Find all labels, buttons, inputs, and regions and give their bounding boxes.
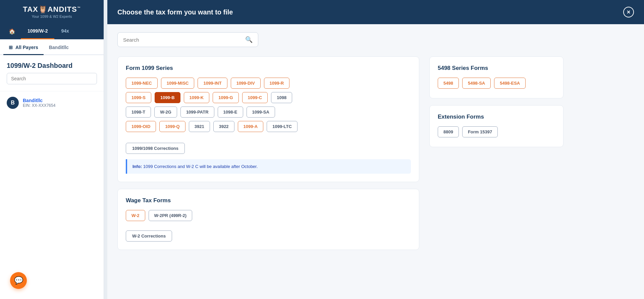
modal-header: Choose the tax form you want to file × — [107, 0, 644, 24]
form-1099-row4: 1099-OID 1099-Q 3921 3922 1099-A 1099-LT… — [126, 121, 411, 132]
modal-search-input[interactable] — [123, 37, 243, 43]
btn-1099-patr[interactable]: 1099-PATR — [180, 106, 214, 118]
info-label: Info: — [132, 164, 142, 169]
sidebar: TAX🦉ANDITS™ Your 1099 & W2 Experts 🏠 109… — [0, 0, 104, 299]
col-left: Form 1099 Series 1099-NEC 1099-MISC 1099… — [117, 56, 419, 257]
btn-1098[interactable]: 1098 — [271, 92, 292, 103]
btn-1099-b[interactable]: 1099-B — [155, 92, 180, 103]
wage-tax-row1: W-2 W-2PR (499R-2) — [126, 210, 411, 221]
btn-1099-div[interactable]: 1099-DIV — [231, 78, 261, 89]
logo: TAX🦉ANDITS™ — [23, 5, 80, 14]
5498-series-card: 5498 Series Forms 5498 5498-SA 5498-ESA — [429, 56, 564, 98]
btn-1099-c[interactable]: 1099-C — [242, 92, 268, 103]
btn-1099-a[interactable]: 1099-A — [238, 121, 264, 132]
tab-banditllc[interactable]: Banditllc — [44, 41, 74, 55]
btn-5498[interactable]: 5498 — [438, 78, 459, 89]
btn-1099-g[interactable]: 1099-G — [213, 92, 238, 103]
payer-name: Banditllc — [23, 98, 55, 103]
btn-form15397[interactable]: Form 15397 — [462, 126, 498, 137]
payer-item[interactable]: B Banditllc EIN: XX-XXX7654 — [0, 91, 104, 114]
chat-button[interactable]: 💬 — [10, 272, 27, 289]
close-button[interactable]: × — [623, 7, 634, 17]
btn-1099-q[interactable]: 1099-Q — [159, 121, 185, 132]
extension-title: Extension Forms — [438, 114, 555, 120]
modal-title: Choose the tax form you want to file — [117, 8, 233, 16]
avatar: B — [7, 97, 19, 109]
w2-corrections-btn[interactable]: W-2 Corrections — [126, 230, 172, 242]
btn-1099-oid[interactable]: 1099-OID — [126, 121, 156, 132]
btn-1098-e[interactable]: 1098-E — [218, 106, 243, 118]
form-1099-row2: 1099-S 1099-B 1099-K 1099-G 1099-C 1098 — [126, 92, 411, 103]
info-banner: Info: 1099 Corrections and W-2 C will be… — [126, 159, 411, 174]
btn-1098-t[interactable]: 1098-T — [126, 106, 151, 118]
modal-body: 🔍 Form 1099 Series 1099-NEC 1099-MISC 10… — [107, 24, 644, 299]
extension-forms-card: Extension Forms 8809 Form 15397 — [429, 105, 564, 147]
btn-1099-ltc[interactable]: 1099-LTC — [267, 121, 298, 132]
tab-1099-w2[interactable]: 1099/W-2 — [21, 24, 54, 39]
btn-3921[interactable]: 3921 — [189, 121, 210, 132]
btn-w2pr[interactable]: W-2PR (499R-2) — [149, 210, 193, 221]
wage-tax-card: Wage Tax Forms W-2 W-2PR (499R-2) W-2 Co… — [117, 189, 419, 250]
home-tab[interactable]: 🏠 — [3, 24, 21, 39]
form-1099-card: Form 1099 Series 1099-NEC 1099-MISC 1099… — [117, 56, 419, 182]
info-text: 1099 Corrections and W-2 C will be avail… — [143, 164, 258, 169]
banditllc-label: Banditllc — [49, 45, 69, 50]
col-right: 5498 Series Forms 5498 5498-SA 5498-ESA … — [429, 56, 564, 257]
logo-area: TAX🦉ANDITS™ Your 1099 & W2 Experts — [0, 0, 104, 24]
5498-title: 5498 Series Forms — [438, 65, 555, 72]
form-1099-row1: 1099-NEC 1099-MISC 1099-INT 1099-DIV 109… — [126, 78, 411, 89]
all-payers-label: All Payers — [15, 45, 38, 50]
btn-1099-r[interactable]: 1099-R — [264, 78, 290, 89]
payer-ein: EIN: XX-XXX7654 — [23, 103, 55, 108]
5498-row1: 5498 5498-SA 5498-ESA — [438, 78, 555, 89]
btn-8809[interactable]: 8809 — [438, 126, 459, 137]
logo-subtitle: Your 1099 & W2 Experts — [23, 14, 80, 18]
extension-row1: 8809 Form 15397 — [438, 126, 555, 137]
btn-5498-esa[interactable]: 5498-ESA — [494, 78, 526, 89]
btn-1099-k[interactable]: 1099-K — [184, 92, 210, 103]
nav-tabs: 🏠 1099/W-2 94x — [0, 24, 104, 39]
btn-w2[interactable]: W-2 — [126, 210, 145, 221]
dashboard-title: 1099/W-2 Dashboard — [0, 55, 104, 73]
tab-94x[interactable]: 94x — [54, 24, 75, 39]
modal-columns: Form 1099 Series 1099-NEC 1099-MISC 1099… — [117, 56, 634, 257]
tab-all-payers[interactable]: ⊞ All Payers — [3, 41, 44, 55]
btn-1099-nec[interactable]: 1099-NEC — [126, 78, 158, 89]
btn-1099-sa[interactable]: 1099-SA — [247, 106, 275, 118]
wage-tax-title: Wage Tax Forms — [126, 197, 411, 204]
form-1099-title: Form 1099 Series — [126, 65, 411, 72]
form-1099-row3: 1098-T W-2G 1099-PATR 1098-E 1099-SA — [126, 106, 411, 118]
grid-icon: ⊞ — [9, 45, 13, 50]
btn-1099-misc[interactable]: 1099-MISC — [161, 78, 195, 89]
search-bar: 🔍 — [117, 32, 258, 47]
search-input[interactable] — [7, 73, 97, 84]
payer-tabs: ⊞ All Payers Banditllc — [0, 41, 104, 55]
btn-1099-s[interactable]: 1099-S — [126, 92, 151, 103]
corrections-btn[interactable]: 1099/1098 Corrections — [126, 143, 185, 154]
search-icon: 🔍 — [245, 36, 253, 43]
btn-5498-sa[interactable]: 5498-SA — [462, 78, 491, 89]
btn-w2g[interactable]: W-2G — [154, 106, 177, 118]
btn-3922[interactable]: 3922 — [213, 121, 234, 132]
modal: Choose the tax form you want to file × 🔍… — [107, 0, 644, 299]
btn-1099-int[interactable]: 1099-INT — [198, 78, 227, 89]
